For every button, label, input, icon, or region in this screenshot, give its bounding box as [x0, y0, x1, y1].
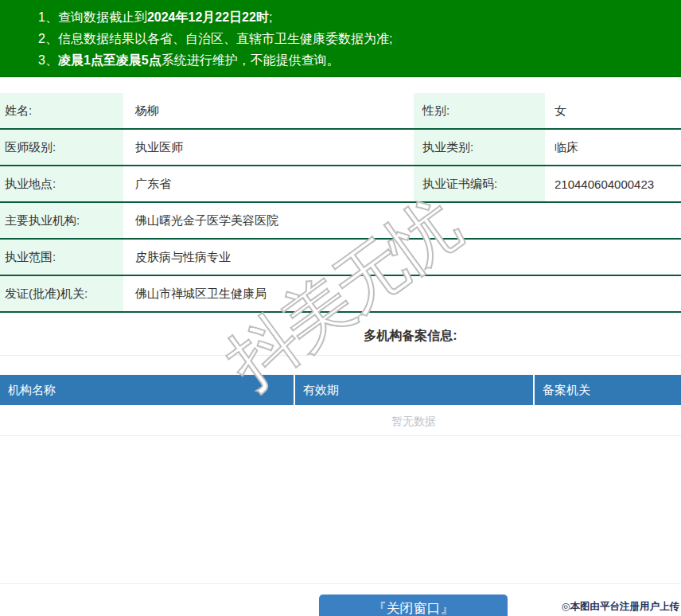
notice-line-1: 1、查询数据截止到2024年12月22日22时; [38, 6, 681, 28]
field-label-gender: 性别: [414, 93, 545, 128]
column-header-record-authority: 备案机关 [535, 375, 681, 405]
notice-banner: 1、查询数据截止到2024年12月22日22时; 2、信息数据结果以各省、自治区… [0, 0, 681, 77]
notice-2-number: 2、 [38, 32, 58, 45]
doctor-registration-query-page: 1、查询数据截止到2024年12月22日22时; 2、信息数据结果以各省、自治区… [0, 0, 681, 616]
notice-1-number: 1、 [38, 10, 58, 24]
table-row: 发证(批准)机关: 佛山市禅城区卫生健康局 [0, 276, 681, 313]
column-header-institution-name: 机构名称 [0, 375, 294, 405]
divider [0, 355, 681, 356]
field-label-practice-location: 执业地点: [0, 166, 123, 201]
field-label-main-institution: 主要执业机构: [0, 203, 123, 238]
field-value-name: 杨柳 [123, 93, 414, 128]
notice-2-text: 信息数据结果以各省、自治区、直辖市卫生健康委数据为准; [58, 32, 392, 45]
field-label-certificate-number: 执业证书编码: [414, 166, 545, 201]
multi-institution-section-title: 多机构备案信息: [364, 328, 457, 345]
table-row: 姓名: 杨柳 性别: 女 [0, 93, 681, 130]
field-value-gender: 女 [545, 93, 681, 128]
notice-3-suffix: 系统进行维护，不能提供查询。 [161, 53, 340, 67]
field-value-practice-scope: 皮肤病与性病专业 [123, 240, 681, 275]
field-label-name: 姓名: [0, 93, 123, 128]
table-row: 主要执业机构: 佛山曙光金子医学美容医院 [0, 203, 681, 240]
column-header-validity-period: 有效期 [295, 375, 533, 405]
notice-line-2: 2、信息数据结果以各省、自治区、直辖市卫生健康委数据为准; [38, 28, 681, 49]
notice-1-suffix: ; [269, 10, 272, 24]
field-label-practice-scope: 执业范围: [0, 240, 123, 275]
notice-1-text: 查询数据截止到 [58, 10, 147, 24]
field-value-practice-location: 广东省 [123, 166, 414, 201]
field-label-practice-category: 执业类别: [414, 130, 545, 165]
field-label-doctor-level: 医师级别: [0, 130, 123, 165]
table-row: 医师级别: 执业医师 执业类别: 临床 [0, 130, 681, 166]
divider [0, 583, 681, 584]
notice-1-bold: 2024年12月22日22时 [147, 10, 269, 24]
field-value-practice-category: 临床 [545, 130, 681, 165]
field-value-issuing-authority: 佛山市禅城区卫生健康局 [123, 276, 681, 311]
field-value-certificate-number: 210440604000423 [545, 166, 681, 201]
table-row: 执业范围: 皮肤病与性病专业 [0, 240, 681, 276]
notice-3-bold: 凌晨1点至凌晨5点 [58, 53, 161, 67]
notice-line-3: 3、凌晨1点至凌晨5点系统进行维护，不能提供查询。 [38, 49, 681, 71]
field-label-issuing-authority: 发证(批准)机关: [0, 276, 123, 311]
field-value-main-institution: 佛山曙光金子医学美容医院 [123, 203, 681, 238]
close-window-button[interactable]: 『关闭窗口』 [319, 595, 508, 616]
upload-credit-text: ◎本图由平台注册用户上传 [562, 600, 679, 614]
empty-data-text: 暂无数据 [391, 415, 436, 429]
practitioner-info-table: 姓名: 杨柳 性别: 女 医师级别: 执业医师 执业类别: 临床 执业地点: 广… [0, 93, 681, 313]
divider [0, 435, 681, 436]
field-value-doctor-level: 执业医师 [123, 130, 414, 165]
record-table-header: 机构名称 有效期 备案机关 [0, 375, 681, 405]
notice-3-number: 3、 [38, 53, 58, 67]
table-row: 执业地点: 广东省 执业证书编码: 210440604000423 [0, 166, 681, 203]
